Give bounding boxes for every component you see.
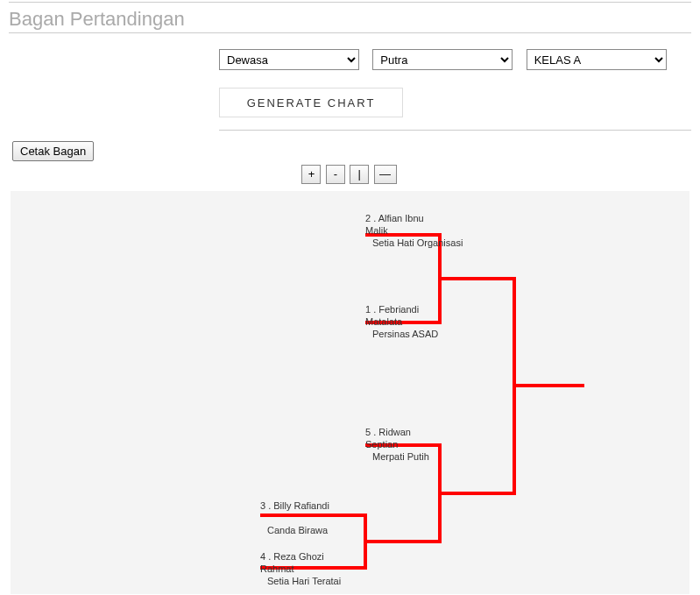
entrant-name-cut: Matalata bbox=[365, 316, 402, 327]
entrant-club: Setia Hari Teratai bbox=[260, 575, 341, 587]
age-group-select[interactable]: Dewasa bbox=[219, 49, 359, 70]
entrant-club: Setia Hati Organisasi bbox=[365, 237, 463, 249]
entrant-name: 1 . Febriandi bbox=[365, 304, 419, 315]
entrant-club: Persinas ASAD bbox=[365, 328, 438, 340]
info-button[interactable]: | bbox=[350, 165, 369, 184]
entrant-5: 5 . Ridwan Septian Merpati Putih bbox=[365, 426, 429, 463]
zoom-out-button[interactable]: - bbox=[326, 165, 345, 184]
entrant-name: 2 . Alfian Ibnu bbox=[365, 213, 424, 223]
entrant-3: 3 . Billy Rafiandi Canda Birawa bbox=[260, 499, 329, 536]
entrant-club: Merpati Putih bbox=[365, 450, 429, 463]
generate-chart-button[interactable]: GENERATE CHART bbox=[219, 88, 403, 117]
entrant-1: 1 . Febriandi Matalata Persinas ASAD bbox=[365, 303, 438, 340]
bracket-lines bbox=[11, 191, 689, 594]
collapse-button[interactable]: — bbox=[374, 165, 397, 184]
gender-select[interactable]: Putra bbox=[372, 49, 513, 70]
print-bracket-button[interactable]: Cetak Bagan bbox=[12, 141, 94, 161]
page-title: Bagan Pertandingan bbox=[9, 8, 691, 31]
entrant-name-cut: Rahmat bbox=[260, 563, 294, 574]
entrant-name: 4 . Reza Ghozi bbox=[260, 551, 324, 562]
entrant-4: 4 . Reza Ghozi Rahmat Setia Hari Teratai bbox=[260, 550, 341, 587]
bracket-toolbar: + - | — bbox=[0, 165, 700, 191]
entrant-name-cut: Septian bbox=[365, 439, 398, 450]
entrant-2: 2 . Alfian Ibnu Malik Setia Hati Organis… bbox=[365, 212, 463, 249]
filter-row: Dewasa Putra KELAS A bbox=[219, 49, 700, 70]
zoom-in-button[interactable]: + bbox=[301, 165, 321, 184]
bracket-canvas: 2 . Alfian Ibnu Malik Setia Hati Organis… bbox=[11, 191, 689, 594]
entrant-name-cut: Malik bbox=[365, 225, 388, 236]
entrant-name: 5 . Ridwan bbox=[365, 427, 411, 437]
class-select[interactable]: KELAS A bbox=[527, 49, 667, 70]
entrant-club: Canda Birawa bbox=[260, 524, 329, 536]
entrant-name: 3 . Billy Rafiandi bbox=[260, 500, 329, 511]
